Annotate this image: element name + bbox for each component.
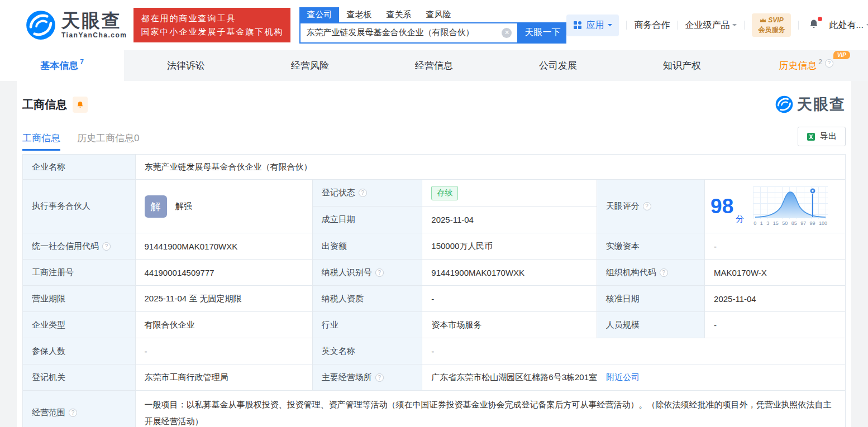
- field-value-taxpayer-id: 91441900MAK0170WXK: [422, 260, 597, 286]
- search-tab-risk[interactable]: 查风险: [418, 7, 458, 22]
- subscribe-bell-icon[interactable]: [73, 97, 88, 113]
- export-button[interactable]: 导出: [798, 127, 846, 146]
- svip-member-button[interactable]: SVIP 会员服务: [752, 13, 791, 37]
- tianyancha-watermark: 天眼查: [775, 94, 846, 114]
- help-icon[interactable]: [359, 189, 367, 197]
- score-value: 98: [710, 196, 733, 217]
- tab-legal-proceedings[interactable]: 法律诉讼: [124, 50, 248, 81]
- help-icon[interactable]: [643, 202, 651, 210]
- notification-dot: [818, 17, 822, 21]
- promo-banner: 都在用的商业查询工具 国家中小企业发展子基金旗下机构: [133, 8, 290, 42]
- divider: [626, 21, 627, 30]
- field-label-credit-code: 统一社会信用代码: [23, 233, 136, 260]
- clear-search-icon[interactable]: [502, 28, 512, 38]
- help-icon[interactable]: [102, 242, 111, 251]
- apps-menu-button[interactable]: 应用: [566, 15, 619, 36]
- field-value-tianyan-score: 98 分: [705, 180, 846, 233]
- tianyancha-logo[interactable]: 天眼查 TianYanCha.com: [26, 10, 127, 40]
- field-value-business-term: 2025-11-04 至 无固定期限: [135, 286, 312, 312]
- field-value-approval-date: 2025-11-04: [705, 286, 846, 312]
- vip-tag: VIP: [833, 51, 850, 59]
- search-tab-relation[interactable]: 查关系: [379, 7, 418, 22]
- field-label-executive-partner: 执行事务合伙人: [23, 180, 136, 233]
- apps-grid-icon: [573, 21, 582, 30]
- user-menu[interactable]: 此处有...: [829, 20, 868, 31]
- help-icon[interactable]: [660, 268, 668, 277]
- field-label-business-address: 主要经营场所: [312, 364, 422, 391]
- field-label-registration-status: 登记状态: [312, 180, 422, 207]
- tab-operating-info[interactable]: 经营信息: [372, 50, 496, 81]
- field-value-registration-status: 存续: [422, 180, 597, 207]
- table-row: 登记机关 东莞市工商行政管理局 主要经营场所 广东省东莞市松山湖园区红棉路6号3…: [23, 364, 846, 391]
- table-row: 企业名称 东莞产业链发展母基金合伙企业（有限合伙）: [23, 155, 846, 180]
- help-icon[interactable]: [375, 373, 384, 382]
- field-value-capital: 150000万人民币: [422, 233, 597, 260]
- tab-basic-info[interactable]: 基本信息 7: [0, 50, 124, 81]
- nav-business-cooperation[interactable]: 商务合作: [634, 20, 670, 31]
- search-tab-company[interactable]: 查公司: [299, 7, 339, 22]
- tab-company-development[interactable]: 公司发展: [496, 50, 620, 81]
- address-text: 广东省东莞市松山湖园区红棉路6号3栋201室: [431, 372, 597, 382]
- field-label-business-scope: 经营范围: [23, 391, 136, 427]
- search-box: [299, 22, 518, 44]
- tab-intellectual-property[interactable]: 知识产权: [620, 50, 744, 81]
- subtab-business-info[interactable]: 工商信息: [22, 132, 60, 151]
- field-label-english-name: 英文名称: [312, 338, 422, 364]
- business-info-table: 企业名称 东莞产业链发展母基金合伙企业（有限合伙） 执行事务合伙人 解 解强 登…: [22, 154, 846, 427]
- user-name: 此处有...: [829, 20, 863, 31]
- svip-sublabel: 会员服务: [758, 25, 785, 35]
- excel-icon: [807, 132, 815, 141]
- field-label-industry: 行业: [312, 312, 422, 338]
- apps-label: 应用: [586, 20, 604, 31]
- site-header: 天眼查 TianYanCha.com 都在用的商业查询工具 国家中小企业发展子基…: [0, 0, 868, 50]
- search-area: 查公司 查老板 查关系 查风险 天眼一下: [299, 7, 566, 44]
- divider: [798, 21, 799, 30]
- help-icon[interactable]: [375, 268, 384, 277]
- chevron-down-icon: [608, 24, 612, 28]
- help-icon[interactable]: [69, 409, 77, 417]
- nav-enterprise-products[interactable]: 企业级产品: [685, 20, 737, 31]
- table-row: 经营范围 一般项目：以私募基金从事股权投资、投资管理、资产管理等活动（须在中国证…: [23, 391, 846, 427]
- search-tab-boss[interactable]: 查老板: [339, 7, 379, 22]
- tab-history-info[interactable]: 历史信息 2 VIP: [744, 50, 868, 81]
- field-label-business-term: 营业期限: [23, 286, 136, 312]
- field-value-paid-capital: -: [705, 233, 846, 260]
- promo-banner-line1: 都在用的商业查询工具: [141, 12, 283, 25]
- table-row: 执行事务合伙人 解 解强 登记状态 存续 天眼评分 98 分: [23, 180, 846, 207]
- field-value-registration-authority: 东莞市工商行政管理局: [135, 364, 312, 391]
- field-value-registration-number: 441900014509777: [135, 260, 312, 286]
- header-nav: 应用 商务合作 企业级产品 SVIP 会员服务: [566, 13, 868, 37]
- subtab-history-business-info[interactable]: 历史工商信息0: [77, 132, 139, 151]
- tab-operating-risk[interactable]: 经营风险: [248, 50, 372, 81]
- field-label-company-type: 企业类型: [23, 312, 136, 338]
- field-label-company-name: 企业名称: [23, 155, 136, 180]
- score-chart-ticks: 0131550859799100: [753, 220, 828, 226]
- status-badge: 存续: [431, 186, 458, 200]
- partner-name-link[interactable]: 解强: [175, 201, 192, 212]
- promo-banner-line2: 国家中小企业发展子基金旗下机构: [141, 25, 283, 39]
- field-label-registration-authority: 登记机关: [23, 364, 136, 391]
- tab-count: 2: [818, 58, 822, 66]
- brand-domain: TianYanCha.com: [61, 31, 127, 39]
- field-label-tianyan-score: 天眼评分: [597, 180, 704, 233]
- notifications-bell-icon[interactable]: [806, 17, 822, 33]
- field-value-org-code: MAK0170W-X: [705, 260, 846, 286]
- table-row: 参保人数 - 英文名称 -: [23, 338, 846, 364]
- field-value-industry: 资本市场服务: [422, 312, 597, 338]
- search-button[interactable]: 天眼一下: [518, 22, 566, 44]
- score-unit: 分: [736, 214, 744, 224]
- field-value-credit-code: 91441900MAK0170WXK: [135, 233, 312, 260]
- section-title: 工商信息: [22, 97, 67, 112]
- chevron-down-icon: [732, 24, 737, 28]
- search-input[interactable]: [301, 28, 502, 37]
- help-icon[interactable]: [825, 59, 833, 68]
- field-value-insured-count: -: [135, 338, 312, 364]
- partner-avatar[interactable]: 解: [145, 195, 167, 218]
- nearby-companies-link[interactable]: 附近公司: [606, 372, 640, 382]
- table-row: 统一社会信用代码 91441900MAK0170WXK 出资额 150000万人…: [23, 233, 846, 260]
- tab-count: 7: [80, 58, 84, 66]
- table-row: 营业期限 2025-11-04 至 无固定期限 纳税人资质 - 核准日期 202…: [23, 286, 846, 312]
- brand-name: 天眼查: [61, 11, 127, 30]
- field-value-established-date: 2025-11-04: [422, 207, 597, 233]
- score-distribution-chart[interactable]: 0131550859799100: [753, 186, 828, 226]
